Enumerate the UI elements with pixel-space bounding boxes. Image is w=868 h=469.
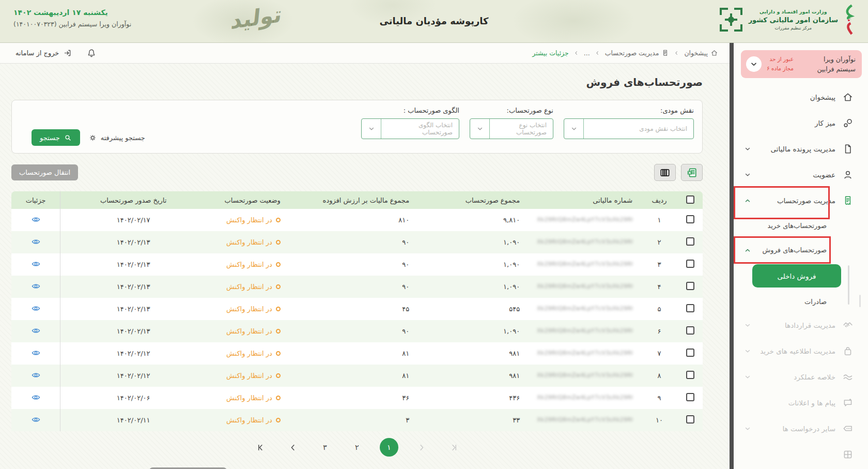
sidebar-item-partial-item[interactable] [734, 442, 868, 467]
notifications-bell-button[interactable] [86, 48, 97, 58]
pagination-prev-page[interactable] [284, 438, 302, 457]
tax-number-masked: Xk29RtQ8mZw4LpY7cV3sXk29RtQ8 [528, 231, 641, 253]
sidebar-item-membership[interactable]: عضویت [734, 162, 868, 188]
invoice-total: ۳۳ [417, 409, 528, 431]
invoice-total: ۴۳۶ [417, 387, 528, 409]
topbar: پیشخوانمدیریت صورتحساب...جزئیات بیشتر خر… [0, 43, 730, 64]
filter-placeholder-invoice-type: انتخاب نوع صورتحساب [490, 122, 553, 136]
vat-total: ۹۰ [289, 253, 417, 276]
logout-button[interactable]: خروج از سامانه [16, 49, 72, 57]
row-checkbox[interactable] [686, 237, 694, 246]
sidebar-item-purchase-notices-management[interactable]: مدیریت اطلاعیه های خرید [734, 338, 868, 364]
sidebar-item-exports[interactable]: صادرات [734, 291, 868, 312]
details-eye-button[interactable] [31, 305, 41, 312]
sidebar-item-workdesk[interactable]: میز کار [734, 110, 868, 136]
logout-icon [63, 49, 72, 57]
excel-export-button[interactable] [681, 164, 703, 181]
select-chevron-segment[interactable] [564, 119, 584, 139]
row-checkbox[interactable] [686, 260, 694, 268]
search-button[interactable]: جستجو [32, 129, 80, 146]
sidebar-item-messages-notifications[interactable]: پیام ها و اعلانات [734, 390, 868, 416]
vat-total: ۹۰ [289, 320, 417, 342]
sidebar-item-invoice-management[interactable]: مدیریت صورتحساب [734, 188, 868, 214]
handshake-icon [842, 320, 854, 331]
pagination-page-2[interactable]: ۲ [348, 438, 366, 457]
row-checkbox[interactable] [686, 326, 694, 335]
select-all-checkbox[interactable] [686, 195, 694, 204]
column-view-button[interactable] [654, 164, 676, 181]
row-number: ۵ [641, 298, 678, 320]
gov-text: وزارت امور اقتصاد و دارایی سازمان امور م… [749, 9, 838, 31]
row-checkbox[interactable] [686, 415, 694, 423]
select-chevron-segment[interactable] [362, 119, 381, 139]
sidebar-item-contracts-management[interactable]: مدیریت قراردادها [734, 312, 868, 338]
select-chevron-segment[interactable] [470, 119, 490, 139]
header-vat-total: مجموع مالیات بر ارزش افزوده [289, 191, 417, 209]
waves-icon [842, 371, 854, 383]
breadcrumb-invoice-management[interactable]: مدیریت صورتحساب [605, 49, 670, 57]
eye-icon [31, 216, 41, 223]
invoice-row: ۶Xk29RtQ8mZw4LpY7cV3sXk29RtQ8۱,۰۹۰۹۰در ا… [11, 320, 703, 342]
eye-icon [31, 327, 41, 335]
filter-select-invoice-pattern[interactable]: انتخاب الگوی صورتحساب [361, 118, 459, 139]
sidebar-item-sales-invoices[interactable]: صورتحساب‌های فروش [734, 238, 868, 262]
row-checkbox[interactable] [686, 371, 694, 379]
breadcrumb-dashboard[interactable]: پیشخوان [684, 49, 718, 57]
tax-organization-emblem-icon [718, 5, 745, 35]
vat-total: ۸۱ [289, 342, 417, 365]
file-icon [842, 143, 854, 155]
vat-total: ۳ [289, 409, 417, 431]
sidebar: نوآوران ویرا سیستم فرابین عبور از حد مجا… [730, 43, 868, 469]
details-eye-button[interactable] [31, 349, 41, 357]
filter-select-taxpayer-role[interactable]: انتخاب نقش مودی [564, 118, 694, 139]
breadcrumb-ellipsis[interactable]: ... [584, 49, 590, 57]
issue-date: ۱۴۰۲/۰۲/۱۳ [60, 320, 206, 342]
invoice-total: ۵۴۵ [417, 298, 528, 320]
pagination-first-page[interactable] [252, 438, 270, 457]
row-checkbox[interactable] [686, 393, 694, 401]
details-eye-button[interactable] [31, 327, 41, 335]
excel-icon [686, 167, 698, 178]
sidebar-item-performance-summary[interactable]: خلاصه عملکرد [734, 364, 868, 390]
details-eye-button[interactable] [31, 371, 41, 379]
row-checkbox[interactable] [686, 349, 694, 357]
invoice-row: ۳Xk29RtQ8mZw4LpY7cV3sXk29RtQ8۱,۰۹۰۹۰در ا… [11, 253, 703, 276]
advanced-search-button[interactable]: جستجو پیشرفته [88, 133, 145, 142]
details-eye-button[interactable] [31, 238, 41, 246]
sidebar-item-purchase-invoices[interactable]: صورتحساب‌های خرید [734, 214, 868, 238]
sidebar-item-tax-file-management[interactable]: مدیریت پرونده مالیاتی [734, 136, 868, 162]
chev-down-icon [744, 322, 751, 329]
details-eye-button[interactable] [31, 216, 41, 223]
breadcrumb-more-details[interactable]: جزئیات بیشتر [532, 49, 569, 57]
header-issue-date: تاریخ صدور صورتحساب [60, 191, 206, 209]
tax-number-masked: Xk29RtQ8mZw4LpY7cV3sXk29RtQ8 [528, 253, 641, 276]
columns-icon [659, 167, 671, 178]
sidebar-item-domestic-sales[interactable]: فروش داخلی [752, 264, 841, 288]
pagination-page-3[interactable]: ۳ [316, 438, 334, 457]
tax-number-masked: Xk29RtQ8mZw4LpY7cV3sXk29RtQ8 [528, 298, 641, 320]
filter-select-invoice-type[interactable]: انتخاب نوع صورتحساب [470, 118, 553, 139]
row-number: ۶ [641, 320, 678, 342]
top-banner: یکشنبه ۱۷ اردیبهشت ۱۴۰۲ نوآوران ویرا سیس… [0, 0, 868, 43]
row-checkbox[interactable] [686, 282, 694, 290]
status-ring-icon [276, 240, 281, 245]
details-eye-button[interactable] [31, 260, 41, 268]
row-checkbox[interactable] [686, 215, 694, 223]
pagination-last-page [444, 438, 462, 457]
user-badge[interactable]: نوآوران ویرا سیستم فرابین عبور از حد مجا… [741, 50, 862, 78]
chev-up-icon [744, 247, 751, 254]
details-eye-button[interactable] [31, 282, 41, 290]
transfer-invoice-button[interactable]: انتقال صورتحساب [11, 164, 78, 180]
pagination-page-1[interactable]: ۱ [380, 438, 398, 457]
chev-down-icon [744, 171, 751, 178]
details-eye-button[interactable] [31, 416, 41, 423]
details-eye-button[interactable] [31, 394, 41, 401]
vat-total: ۸۱۰ [289, 209, 417, 231]
sidebar-item-other-requests[interactable]: سایر درخواست ها [734, 416, 868, 442]
sidebar-item-dashboard[interactable]: پیشخوان [734, 84, 868, 110]
user-badge-chevron[interactable] [746, 56, 762, 72]
row-checkbox[interactable] [686, 304, 694, 312]
desk-icon [842, 117, 854, 129]
sidebar-scrollbar[interactable] [730, 43, 734, 469]
vat-total: ۳۶ [289, 387, 417, 409]
